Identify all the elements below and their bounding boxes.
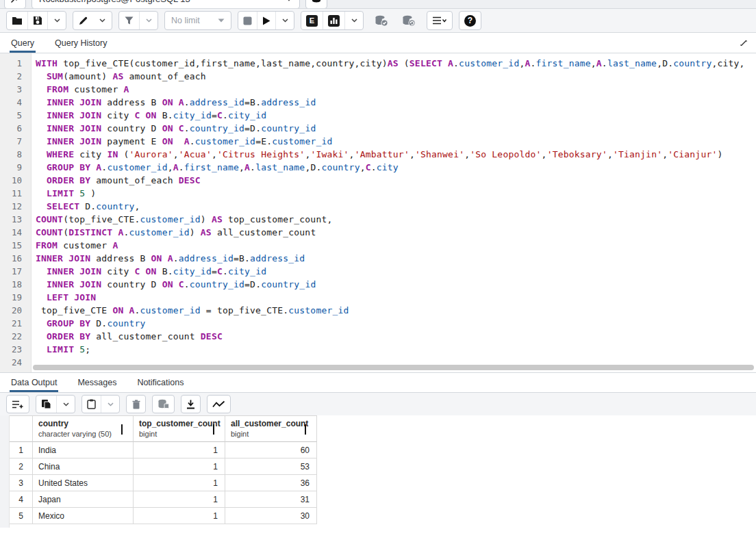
- data-cell[interactable]: 1: [134, 491, 225, 508]
- data-cell[interactable]: United States: [33, 475, 134, 491]
- code-line: COUNT(top_five_CTE.customer_id) AS top_c…: [36, 213, 756, 226]
- row-number-cell[interactable]: 5: [10, 508, 33, 524]
- code-line: ORDER BY all_customer_count DESC: [36, 330, 756, 343]
- delete-row-button[interactable]: [127, 396, 145, 413]
- macros-button[interactable]: [427, 12, 452, 29]
- data-cell[interactable]: 1: [134, 508, 225, 524]
- column-name: country: [38, 419, 118, 428]
- rollback-button[interactable]: [397, 11, 420, 30]
- rows-limit-select[interactable]: No limit: [165, 12, 231, 29]
- row-number-cell[interactable]: 3: [10, 475, 33, 491]
- help-icon: ?: [464, 15, 476, 27]
- editor-tabbar: Query Query History: [0, 33, 756, 53]
- copy-button[interactable]: [36, 396, 56, 413]
- table-row[interactable]: 1India160: [10, 442, 317, 459]
- stop-button[interactable]: [238, 12, 257, 29]
- line-number: 12: [0, 200, 22, 213]
- line-number: 11: [0, 187, 22, 200]
- column-header-top-customer-count[interactable]: top_customer_count bigint: [134, 416, 225, 442]
- table-row[interactable]: 5Mexico130: [10, 508, 317, 524]
- tab-data-output-label: Data Output: [11, 378, 57, 387]
- edit-options-button[interactable]: [93, 12, 112, 29]
- save-data-changes-button[interactable]: [153, 396, 174, 413]
- scrollbar-thumb[interactable]: [33, 365, 754, 370]
- table-row[interactable]: 2China153: [10, 459, 317, 475]
- copy-options-button[interactable]: [56, 396, 75, 413]
- data-cell[interactable]: Japan: [33, 491, 134, 508]
- line-number: 24: [0, 356, 22, 369]
- save-results-to-file-button[interactable]: [181, 396, 200, 413]
- grid-left-gutter: [0, 415, 10, 528]
- line-number: 18: [0, 278, 22, 291]
- save-options-button[interactable]: [47, 12, 66, 29]
- expand-panel-button[interactable]: [737, 36, 751, 50]
- tab-query-history-label: Query History: [55, 38, 107, 48]
- table-row[interactable]: 3United States136: [10, 475, 317, 491]
- explain-options-button[interactable]: [344, 12, 363, 29]
- code-line: top_five_CTE ON A.customer_id = top_five…: [36, 304, 756, 317]
- trash-icon: [132, 400, 140, 409]
- data-cell[interactable]: Mexico: [33, 508, 134, 524]
- graph-visualiser-button[interactable]: [207, 396, 230, 413]
- row-number-cell[interactable]: 2: [10, 459, 33, 475]
- code-line: INNER JOIN city C ON B.city_id=C.city_id: [36, 265, 756, 278]
- sql-code-area[interactable]: WITH top_five_CTE(customer_id,first_name…: [32, 53, 756, 372]
- row-number-cell[interactable]: 4: [10, 491, 33, 508]
- sql-editor[interactable]: 123456789101112131415161718192021222324 …: [0, 53, 756, 373]
- commit-button[interactable]: [370, 11, 393, 30]
- execute-options-button[interactable]: [275, 12, 294, 29]
- add-row-button[interactable]: [7, 396, 29, 413]
- new-connection-button[interactable]: [305, 0, 327, 9]
- lock-icon: [121, 425, 128, 433]
- filter-button[interactable]: [119, 12, 139, 29]
- edit-button[interactable]: [73, 12, 93, 29]
- tab-query-history[interactable]: Query History: [53, 33, 108, 53]
- tab-query[interactable]: Query: [10, 33, 36, 53]
- tab-messages[interactable]: Messages: [76, 373, 118, 392]
- paste-button[interactable]: [82, 396, 101, 413]
- line-number: 4: [0, 96, 22, 109]
- code-line: INNER JOIN address B ON A.address_id=B.a…: [36, 96, 756, 109]
- editor-horizontal-scrollbar[interactable]: [33, 365, 754, 370]
- data-cell[interactable]: 36: [225, 475, 317, 491]
- open-file-button[interactable]: [7, 12, 27, 29]
- line-number: 17: [0, 265, 22, 278]
- paste-options-button[interactable]: [101, 396, 119, 413]
- connection-status-button[interactable]: [4, 0, 26, 9]
- execute-button[interactable]: [257, 12, 275, 29]
- help-button[interactable]: ?: [459, 12, 481, 29]
- tab-data-output[interactable]: Data Output: [10, 373, 58, 392]
- row-number-cell[interactable]: 1: [10, 442, 33, 459]
- chevron-down-icon: [63, 402, 69, 406]
- connection-status-icon: [10, 0, 21, 4]
- tab-notifications[interactable]: Notifications: [136, 373, 185, 392]
- data-cell[interactable]: 1: [134, 475, 225, 491]
- code-line: GROUP BY A.customer_id,A.first_name,A.la…: [36, 161, 756, 174]
- code-line: FROM customer A: [36, 239, 756, 252]
- column-header-country[interactable]: country character varying (50): [33, 416, 134, 442]
- filter-options-button[interactable]: [139, 12, 158, 29]
- line-number: 21: [0, 317, 22, 330]
- explain-analyze-button[interactable]: [323, 12, 344, 29]
- code-line: INNER JOIN country D ON C.country_id=D.c…: [36, 278, 756, 291]
- data-cell[interactable]: 1: [134, 442, 225, 459]
- data-cell[interactable]: 60: [225, 442, 317, 459]
- code-line: LIMIT 5;: [36, 343, 756, 356]
- code-line: LEFT JOIN: [36, 291, 756, 304]
- line-number-gutter: 123456789101112131415161718192021222324: [0, 53, 32, 372]
- table-row[interactable]: 4Japan131: [10, 491, 317, 508]
- connection-selector[interactable]: Rockbuster/postgres@PostgreSQL 13: [32, 0, 300, 9]
- data-cell[interactable]: 31: [225, 491, 317, 508]
- data-cell[interactable]: India: [33, 442, 134, 459]
- data-cell[interactable]: 1: [134, 459, 225, 475]
- data-cell[interactable]: 30: [225, 508, 317, 524]
- data-cell[interactable]: 53: [225, 459, 317, 475]
- new-connection-icon: [311, 0, 322, 3]
- grid-corner-cell[interactable]: [10, 416, 33, 442]
- data-cell[interactable]: China: [33, 459, 134, 475]
- column-header-all-customer-count[interactable]: all_customer_count bigint: [225, 416, 317, 442]
- code-line: LIMIT 5 ): [36, 187, 756, 200]
- save-file-button[interactable]: [27, 12, 47, 29]
- code-line: SELECT D.country,: [36, 200, 756, 213]
- explain-button[interactable]: E: [301, 12, 323, 29]
